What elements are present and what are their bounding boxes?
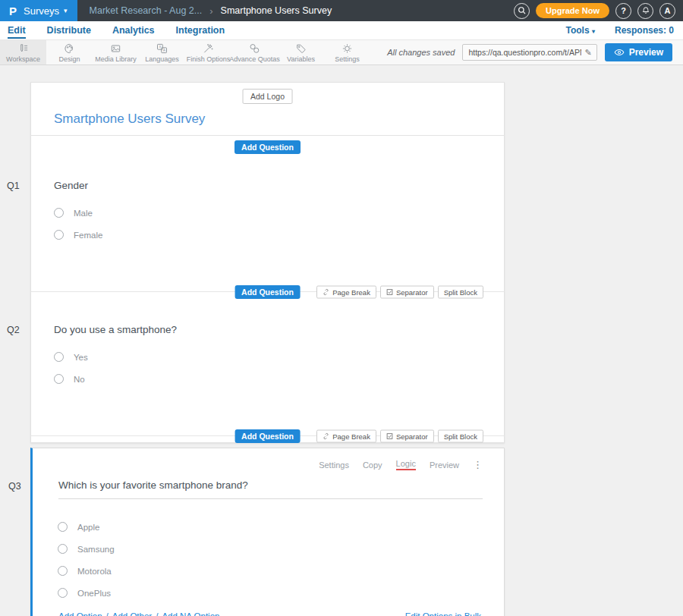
question-title[interactable]: Which is your favorite smartphone brand?: [58, 479, 483, 499]
question-title[interactable]: Gender: [54, 180, 483, 191]
design-palette-icon: [63, 42, 76, 55]
page-break-icon: [323, 289, 329, 296]
split-block-button[interactable]: Split Block: [438, 430, 483, 443]
separator-icon: [386, 289, 393, 296]
breadcrumb: Market Research - Aug 2... › Smartphone …: [90, 5, 332, 17]
radio-icon[interactable]: [58, 588, 68, 598]
radio-icon[interactable]: [54, 230, 64, 240]
section-divider: Add Question Page Break Separator Split …: [31, 291, 504, 292]
radio-option[interactable]: Yes: [54, 346, 504, 368]
radio-option[interactable]: Samsung: [58, 538, 504, 560]
svg-text:x: x: [159, 45, 162, 49]
search-button[interactable]: [514, 3, 530, 19]
languages-icon: xA: [156, 42, 168, 55]
breadcrumb-separator-icon: ›: [209, 5, 212, 17]
add-na-option-link[interactable]: Add NA Option: [162, 611, 219, 616]
search-icon: [518, 6, 527, 15]
survey-title[interactable]: Smartphone Users Survey: [54, 112, 205, 127]
survey-url-input[interactable]: [463, 48, 584, 57]
question-block-q3-selected[interactable]: Settings Copy Logic Preview ⋮ Q3 Which i…: [30, 448, 505, 616]
chevron-down-icon: ▾: [592, 28, 595, 35]
top-bar: P Surveys ▾ Market Research - Aug 2... ›…: [0, 0, 683, 21]
separator-button[interactable]: Separator: [380, 286, 434, 299]
toolbar-item-design[interactable]: Design: [46, 40, 93, 64]
questionpro-logo: P: [9, 5, 17, 17]
surveys-menu[interactable]: P Surveys ▾: [0, 0, 77, 21]
page-break-icon: [323, 433, 329, 440]
breadcrumb-current: Smartphone Users Survey: [221, 5, 332, 16]
chevron-down-icon: ▾: [64, 7, 68, 14]
question-copy-action[interactable]: Copy: [363, 460, 382, 470]
add-logo-button[interactable]: Add Logo: [242, 89, 293, 104]
workspace-icon: [17, 42, 30, 55]
link-separator: /: [156, 611, 158, 616]
breadcrumb-folder[interactable]: Market Research - Aug 2...: [90, 5, 203, 16]
radio-icon[interactable]: [54, 352, 64, 362]
edit-options-in-bulk-link[interactable]: Edit Options in Bulk: [405, 611, 481, 616]
preview-button[interactable]: Preview: [605, 43, 672, 61]
advance-quotas-icon: [248, 42, 261, 55]
add-option-link[interactable]: Add Option: [58, 611, 102, 616]
question-logic-action[interactable]: Logic: [396, 459, 416, 470]
toolbar-item-variables[interactable]: Variables: [278, 40, 324, 64]
radio-option[interactable]: Apple: [58, 516, 504, 538]
question-code: Q3: [8, 481, 31, 492]
question-title[interactable]: Do you use a smartphone?: [54, 324, 483, 335]
survey-card: Add Logo Smartphone Users Survey Add Que…: [30, 82, 505, 443]
notifications-button[interactable]: [637, 3, 653, 19]
radio-option[interactable]: OnePlus: [58, 582, 504, 604]
tab-edit[interactable]: Edit: [8, 23, 26, 39]
section-divider: Add Question Page Break Separator Split …: [31, 435, 504, 436]
tab-integration[interactable]: Integration: [176, 23, 225, 39]
add-question-button[interactable]: Add Question: [234, 429, 301, 443]
variables-tag-icon: [294, 42, 307, 55]
radio-option[interactable]: Male: [54, 202, 504, 224]
radio-option[interactable]: Female: [54, 224, 504, 246]
toolbar-item-finish-options[interactable]: Finish Options: [185, 40, 231, 64]
editor-toolbar: Workspace Design Media Library xA Langua…: [0, 39, 683, 65]
add-question-button[interactable]: Add Question: [234, 285, 301, 299]
survey-url-box: ✎: [462, 44, 596, 61]
save-status: All changes saved: [387, 48, 455, 57]
radio-icon[interactable]: [54, 374, 64, 384]
finish-options-wand-icon: [202, 42, 215, 55]
link-separator: /: [106, 611, 109, 616]
radio-icon[interactable]: [58, 522, 68, 532]
question-block-q1[interactable]: Q1 Gender Male Female: [31, 180, 504, 291]
separator-icon: [386, 433, 393, 440]
page-break-button[interactable]: Page Break: [316, 286, 376, 299]
split-block-button[interactable]: Split Block: [438, 286, 483, 299]
eye-icon: [614, 48, 625, 57]
add-other-link[interactable]: Add Other: [112, 611, 152, 616]
surveys-menu-label: Surveys: [24, 5, 59, 17]
toolbar-item-media-library[interactable]: Media Library: [93, 40, 139, 64]
page-break-button[interactable]: Page Break: [316, 430, 376, 443]
toolbar-item-languages[interactable]: xA Languages: [139, 40, 185, 64]
separator-button[interactable]: Separator: [380, 430, 434, 443]
radio-option[interactable]: No: [54, 368, 504, 390]
radio-icon[interactable]: [58, 566, 68, 576]
tools-menu[interactable]: Tools ▾: [566, 25, 595, 36]
svg-text:A: A: [163, 48, 166, 52]
radio-icon[interactable]: [58, 544, 68, 554]
bell-icon: [641, 6, 650, 15]
question-settings-action[interactable]: Settings: [319, 460, 349, 470]
upgrade-now-button[interactable]: Upgrade Now: [536, 3, 609, 18]
toolbar-item-workspace[interactable]: Workspace: [0, 40, 46, 64]
question-preview-action[interactable]: Preview: [430, 460, 459, 470]
radio-icon[interactable]: [54, 208, 64, 218]
responses-count[interactable]: Responses: 0: [615, 25, 674, 36]
question-code: Q1: [7, 181, 30, 191]
question-block-q2[interactable]: Q2 Do you use a smartphone? Yes No: [31, 324, 504, 435]
account-avatar[interactable]: A: [659, 3, 675, 19]
toolbar-item-settings[interactable]: Settings: [324, 40, 370, 64]
settings-gear-icon: [341, 42, 354, 55]
tab-analytics[interactable]: Analytics: [112, 23, 155, 39]
edit-url-pencil-icon[interactable]: ✎: [584, 48, 591, 58]
toolbar-item-advance-quotas[interactable]: Advance Quotas: [231, 40, 278, 64]
help-button[interactable]: ?: [615, 3, 631, 19]
radio-option[interactable]: Motorola: [58, 560, 504, 582]
add-question-button[interactable]: Add Question: [234, 140, 301, 154]
tab-distribute[interactable]: Distribute: [47, 23, 91, 39]
more-options-icon[interactable]: ⋮: [473, 459, 483, 470]
